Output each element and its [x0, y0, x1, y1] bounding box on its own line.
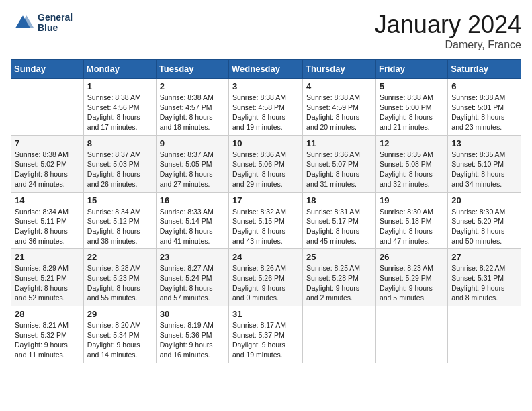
day-number: 30 — [160, 309, 225, 319]
page-header: General Blue January 2024 Damery, France — [11, 11, 521, 51]
day-number: 14 — [15, 195, 80, 205]
logo-line1: General — [38, 13, 73, 23]
day-info: Sunrise: 8:36 AMSunset: 5:07 PMDaylight:… — [306, 150, 372, 189]
day-number: 12 — [380, 138, 444, 148]
day-info: Sunrise: 8:38 AMSunset: 4:58 PMDaylight:… — [232, 93, 299, 132]
day-cell: 5Sunrise: 8:38 AMSunset: 5:00 PMDaylight… — [375, 79, 447, 136]
day-number: 10 — [232, 138, 299, 148]
day-cell: 20Sunrise: 8:30 AMSunset: 5:20 PMDayligh… — [448, 192, 521, 249]
day-info: Sunrise: 8:31 AMSunset: 5:17 PMDaylight:… — [306, 207, 372, 246]
day-cell: 22Sunrise: 8:28 AMSunset: 5:23 PMDayligh… — [83, 249, 156, 306]
day-number: 7 — [15, 138, 80, 148]
calendar-body: 1Sunrise: 8:38 AMSunset: 4:56 PMDaylight… — [11, 79, 521, 363]
day-number: 1 — [87, 81, 152, 91]
day-cell: 4Sunrise: 8:38 AMSunset: 4:59 PMDaylight… — [303, 79, 376, 136]
day-number: 24 — [232, 252, 299, 262]
column-header-friday: Friday — [375, 60, 447, 79]
day-number: 5 — [380, 81, 444, 91]
day-info: Sunrise: 8:32 AMSunset: 5:15 PMDaylight:… — [232, 207, 299, 246]
day-number: 9 — [160, 138, 225, 148]
day-number: 3 — [232, 81, 299, 91]
day-cell: 28Sunrise: 8:21 AMSunset: 5:32 PMDayligh… — [11, 306, 84, 363]
day-number: 16 — [160, 195, 225, 205]
day-cell: 24Sunrise: 8:26 AMSunset: 5:26 PMDayligh… — [229, 249, 303, 306]
day-cell: 17Sunrise: 8:32 AMSunset: 5:15 PMDayligh… — [229, 192, 303, 249]
day-number: 11 — [306, 138, 372, 148]
day-number: 15 — [87, 195, 152, 205]
week-row-1: 1Sunrise: 8:38 AMSunset: 4:56 PMDaylight… — [11, 79, 521, 136]
day-cell: 8Sunrise: 8:37 AMSunset: 5:03 PMDaylight… — [83, 135, 156, 192]
day-cell: 27Sunrise: 8:22 AMSunset: 5:31 PMDayligh… — [448, 249, 521, 306]
logo: General Blue — [11, 11, 73, 35]
day-info: Sunrise: 8:38 AMSunset: 4:57 PMDaylight:… — [160, 93, 225, 132]
day-cell — [303, 306, 376, 363]
day-cell: 16Sunrise: 8:33 AMSunset: 5:14 PMDayligh… — [156, 192, 228, 249]
day-cell: 19Sunrise: 8:30 AMSunset: 5:18 PMDayligh… — [375, 192, 447, 249]
day-info: Sunrise: 8:21 AMSunset: 5:32 PMDaylight:… — [15, 320, 80, 360]
day-cell: 10Sunrise: 8:36 AMSunset: 5:06 PMDayligh… — [229, 135, 303, 192]
day-info: Sunrise: 8:26 AMSunset: 5:26 PMDaylight:… — [232, 263, 299, 303]
day-info: Sunrise: 8:38 AMSunset: 4:59 PMDaylight:… — [306, 93, 372, 132]
day-info: Sunrise: 8:20 AMSunset: 5:34 PMDaylight:… — [87, 320, 152, 360]
column-header-tuesday: Tuesday — [156, 60, 228, 79]
calendar-table: SundayMondayTuesdayWednesdayThursdayFrid… — [11, 59, 521, 363]
day-info: Sunrise: 8:37 AMSunset: 5:03 PMDaylight:… — [87, 150, 152, 189]
column-header-saturday: Saturday — [448, 60, 521, 79]
day-info: Sunrise: 8:29 AMSunset: 5:21 PMDaylight:… — [15, 263, 80, 303]
day-info: Sunrise: 8:33 AMSunset: 5:14 PMDaylight:… — [160, 207, 225, 246]
day-number: 8 — [87, 138, 152, 148]
day-number: 22 — [87, 252, 152, 262]
day-info: Sunrise: 8:25 AMSunset: 5:28 PMDaylight:… — [306, 263, 372, 303]
day-number: 20 — [451, 195, 517, 205]
day-info: Sunrise: 8:30 AMSunset: 5:18 PMDaylight:… — [380, 207, 444, 246]
day-cell: 29Sunrise: 8:20 AMSunset: 5:34 PMDayligh… — [83, 306, 156, 363]
day-cell: 26Sunrise: 8:23 AMSunset: 5:29 PMDayligh… — [375, 249, 447, 306]
day-number: 23 — [160, 252, 225, 262]
day-number: 29 — [87, 309, 152, 319]
day-number: 26 — [380, 252, 444, 262]
day-cell: 1Sunrise: 8:38 AMSunset: 4:56 PMDaylight… — [83, 79, 156, 136]
day-info: Sunrise: 8:22 AMSunset: 5:31 PMDaylight:… — [451, 263, 517, 303]
day-number: 19 — [380, 195, 444, 205]
title-area: January 2024 Damery, France — [375, 11, 521, 51]
day-number: 13 — [451, 138, 517, 148]
day-info: Sunrise: 8:17 AMSunset: 5:37 PMDaylight:… — [232, 320, 299, 360]
week-row-5: 28Sunrise: 8:21 AMSunset: 5:32 PMDayligh… — [11, 306, 521, 363]
day-number: 25 — [306, 252, 372, 262]
week-row-3: 14Sunrise: 8:34 AMSunset: 5:11 PMDayligh… — [11, 192, 521, 249]
day-number: 28 — [15, 309, 80, 319]
day-info: Sunrise: 8:38 AMSunset: 5:02 PMDaylight:… — [15, 150, 80, 189]
day-info: Sunrise: 8:30 AMSunset: 5:20 PMDaylight:… — [451, 207, 517, 246]
column-header-monday: Monday — [83, 60, 156, 79]
day-number: 17 — [232, 195, 299, 205]
location-title: Damery, France — [375, 39, 521, 51]
day-cell: 18Sunrise: 8:31 AMSunset: 5:17 PMDayligh… — [303, 192, 376, 249]
week-row-4: 21Sunrise: 8:29 AMSunset: 5:21 PMDayligh… — [11, 249, 521, 306]
day-cell: 2Sunrise: 8:38 AMSunset: 4:57 PMDaylight… — [156, 79, 228, 136]
day-cell: 7Sunrise: 8:38 AMSunset: 5:02 PMDaylight… — [11, 135, 84, 192]
day-info: Sunrise: 8:19 AMSunset: 5:36 PMDaylight:… — [160, 320, 225, 360]
day-number: 6 — [451, 81, 517, 91]
day-cell — [11, 79, 84, 136]
day-cell: 9Sunrise: 8:37 AMSunset: 5:05 PMDaylight… — [156, 135, 228, 192]
day-cell: 11Sunrise: 8:36 AMSunset: 5:07 PMDayligh… — [303, 135, 376, 192]
column-header-sunday: Sunday — [11, 60, 84, 79]
day-cell: 6Sunrise: 8:38 AMSunset: 5:01 PMDaylight… — [448, 79, 521, 136]
day-number: 18 — [306, 195, 372, 205]
day-cell: 13Sunrise: 8:35 AMSunset: 5:10 PMDayligh… — [448, 135, 521, 192]
day-cell: 3Sunrise: 8:38 AMSunset: 4:58 PMDaylight… — [229, 79, 303, 136]
day-info: Sunrise: 8:34 AMSunset: 5:11 PMDaylight:… — [15, 207, 80, 246]
column-header-thursday: Thursday — [303, 60, 376, 79]
day-cell: 31Sunrise: 8:17 AMSunset: 5:37 PMDayligh… — [229, 306, 303, 363]
day-info: Sunrise: 8:23 AMSunset: 5:29 PMDaylight:… — [380, 263, 444, 303]
day-info: Sunrise: 8:38 AMSunset: 5:01 PMDaylight:… — [451, 93, 517, 132]
week-row-2: 7Sunrise: 8:38 AMSunset: 5:02 PMDaylight… — [11, 135, 521, 192]
day-cell: 15Sunrise: 8:34 AMSunset: 5:12 PMDayligh… — [83, 192, 156, 249]
logo-icon — [11, 11, 35, 35]
day-info: Sunrise: 8:36 AMSunset: 5:06 PMDaylight:… — [232, 150, 299, 189]
column-headers-row: SundayMondayTuesdayWednesdayThursdayFrid… — [11, 60, 521, 79]
day-info: Sunrise: 8:35 AMSunset: 5:10 PMDaylight:… — [451, 150, 517, 189]
day-info: Sunrise: 8:38 AMSunset: 5:00 PMDaylight:… — [380, 93, 444, 132]
month-title: January 2024 — [375, 11, 521, 39]
day-number: 21 — [15, 252, 80, 262]
